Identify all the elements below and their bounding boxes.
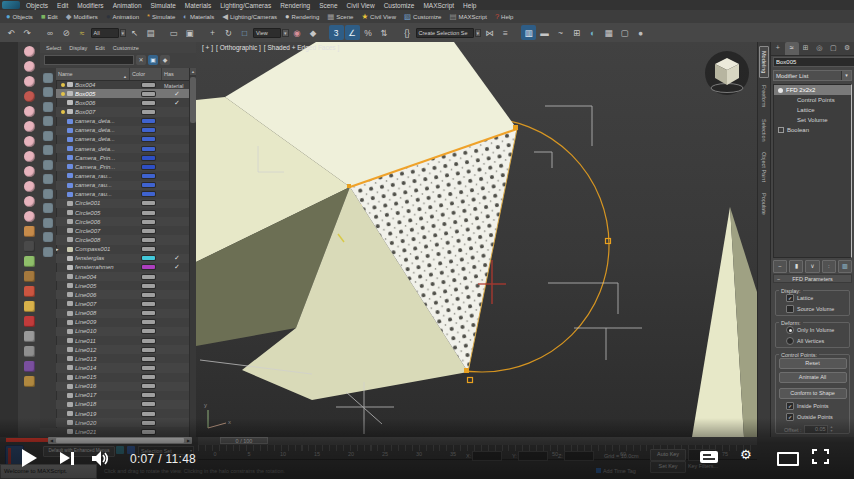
explorer-row[interactable]: ▸ camera_rau... ✓ [56,171,190,180]
select-results-icon[interactable]: ▣ [148,55,158,65]
filter-splines-icon[interactable] [24,76,35,87]
explorer-row[interactable]: ▸ Line014 ✓ [56,363,190,372]
conform-to-shape-button[interactable]: Conform to Shape [779,388,847,399]
object-color-swatch[interactable] [142,311,155,315]
curve-editor-icon[interactable]: ~ ▾ [553,25,568,40]
tab-create-icon[interactable]: + [771,42,785,55]
menu-item[interactable]: Civil View [347,2,375,9]
modifier-bulb-icon[interactable] [778,88,783,93]
angle-snap-toggle-icon[interactable]: ∠ ▾ [345,25,360,40]
object-color-swatch[interactable] [142,265,155,269]
explorer-row[interactable]: ▸ Box004 ✓ [56,80,190,89]
explorer-tool-layers-icon[interactable] [43,218,53,228]
object-color-swatch[interactable] [142,384,155,388]
explorer-row[interactable]: ▸ camera_deta... ✓ [56,126,190,135]
volume-button[interactable] [92,451,111,470]
menu-item[interactable]: Simulate [151,2,176,9]
toolbar-button[interactable]: ▾ [198,25,204,40]
object-color-swatch[interactable] [142,329,155,333]
ribbon-lighting-cameras-button[interactable]: ◀ Lighting/Cameras [222,13,277,20]
ribbon-modifiers-button[interactable]: ◆ Modifiers [66,13,98,20]
bind-to-space-warp-icon[interactable]: ≈ ▾ [75,25,90,40]
filter-materials-icon[interactable] [24,286,35,297]
ribbon-tab[interactable]: Object Paint [760,148,768,186]
explorer-tool-helpers-icon[interactable] [43,189,53,199]
filter-cameras-icon[interactable] [24,226,35,237]
explorer-tool-cameras-icon[interactable] [43,160,53,170]
object-color-swatch[interactable] [142,128,155,132]
play-button[interactable] [22,449,37,467]
filter-containers-icon[interactable] [24,271,35,282]
explorer-row[interactable]: ▸ Camera_Prin... ✓ [56,153,190,162]
coordinate-y-field[interactable] [518,451,548,461]
settings-gear-icon[interactable]: ⚙ [740,447,752,462]
tab-utilities-icon[interactable]: ⚙ [840,42,854,55]
snaps-toggle-icon[interactable]: 3 ▾ [329,25,344,40]
explorer-menu-item[interactable]: Select [46,45,61,51]
toolbar-button[interactable]: ▾ [36,25,42,40]
select-and-rotate-icon[interactable]: ↻ ▾ [221,25,236,40]
unlink-selection-icon[interactable]: ⊘ ▾ [59,25,74,40]
explorer-row[interactable]: ▸ Compass001 ✓ [56,245,190,254]
object-color-swatch[interactable] [142,366,155,370]
tab-hierarchy-icon[interactable]: ⊞ [799,42,813,55]
scroll-right-icon[interactable]: ▶ [185,438,192,443]
column-header-material[interactable]: Has Material [162,68,190,80]
tab-display-icon[interactable]: ▢ [826,42,840,55]
explorer-menu-item[interactable]: Edit [95,45,104,51]
object-color-swatch[interactable] [142,238,155,242]
object-color-swatch[interactable] [142,192,155,196]
object-color-swatch[interactable] [142,421,155,425]
redo-icon[interactable]: ↷ ▾ [20,25,35,40]
object-color-swatch[interactable] [142,156,155,160]
object-color-swatch[interactable] [142,412,155,416]
object-color-swatch[interactable] [142,83,155,87]
explorer-row[interactable]: ▸ Circle005 ✓ [56,208,190,217]
reset-button[interactable]: Reset [779,358,847,369]
menu-item[interactable]: Lighting/Cameras [220,2,271,9]
make-unique-icon[interactable]: ∨ [805,260,819,273]
object-color-swatch[interactable] [142,247,155,251]
modifier-stack-item[interactable]: Control Points [774,95,851,105]
ribbon-animation-button[interactable]: ● Animation [106,13,139,20]
ribbon-scene-button[interactable]: ▦ Scene [327,13,353,20]
auto-key-button[interactable]: Auto Key [650,449,686,461]
fullscreen-button[interactable] [812,449,829,468]
scrollbar-thumb[interactable] [56,438,184,443]
object-color-swatch[interactable] [142,92,155,96]
show-end-result-icon[interactable]: ▮ [789,260,803,273]
explorer-row[interactable]: ▸ Line006 ✓ [56,290,190,299]
schematic-view-icon[interactable]: ⊞ ▾ [569,25,584,40]
explorer-tool-select-icon[interactable] [43,73,53,83]
offset-spinner[interactable]: ▲▼ [830,426,833,433]
menu-item[interactable]: Rendering [280,2,310,9]
visibility-bulb-icon[interactable] [61,83,65,87]
explorer-row[interactable]: ▸ Box007 ✓ [56,107,190,116]
outside-points-checkbox[interactable]: ✓ [786,413,794,421]
explorer-row[interactable]: ▸ camera_deta... ✓ [56,117,190,126]
explorer-tool-influences-icon[interactable] [43,145,53,155]
filter-polys-icon[interactable] [24,121,35,132]
spinner-snap-toggle-icon[interactable]: ⇅ ▾ [377,25,392,40]
visibility-bulb-icon[interactable] [61,110,65,114]
window-crossing-icon[interactable]: ▣ ▾ [182,25,197,40]
explorer-tool-lock-icon[interactable] [43,247,53,257]
only-in-volume-radio[interactable] [786,326,794,334]
column-header-name[interactable]: Name ▲ [56,68,130,80]
modifier-stack-item[interactable]: FFD 2x2x2 [774,85,851,95]
ribbon-customize-button[interactable]: ▧ Customize [404,13,441,20]
object-color-swatch[interactable] [142,174,155,178]
menu-item[interactable]: Modifiers [77,2,103,9]
explorer-row[interactable]: ▸ Line015 ✓ [56,373,190,382]
object-color-swatch[interactable] [142,229,155,233]
selection-filter-dropdown[interactable]: All ▾ [91,25,127,40]
set-key-button[interactable]: Set Key [650,461,686,473]
explorer-tool-lights-icon[interactable] [43,174,53,184]
app-logo-icon[interactable] [2,1,20,9]
visibility-bulb-icon[interactable] [61,92,65,96]
filter-shapes-icon[interactable] [24,61,35,72]
menu-item[interactable]: Help [463,2,476,9]
percent-snap-toggle-icon[interactable]: % ▾ [361,25,376,40]
theater-mode-button[interactable] [777,452,799,466]
explorer-tool-freeze-icon[interactable] [43,102,53,112]
